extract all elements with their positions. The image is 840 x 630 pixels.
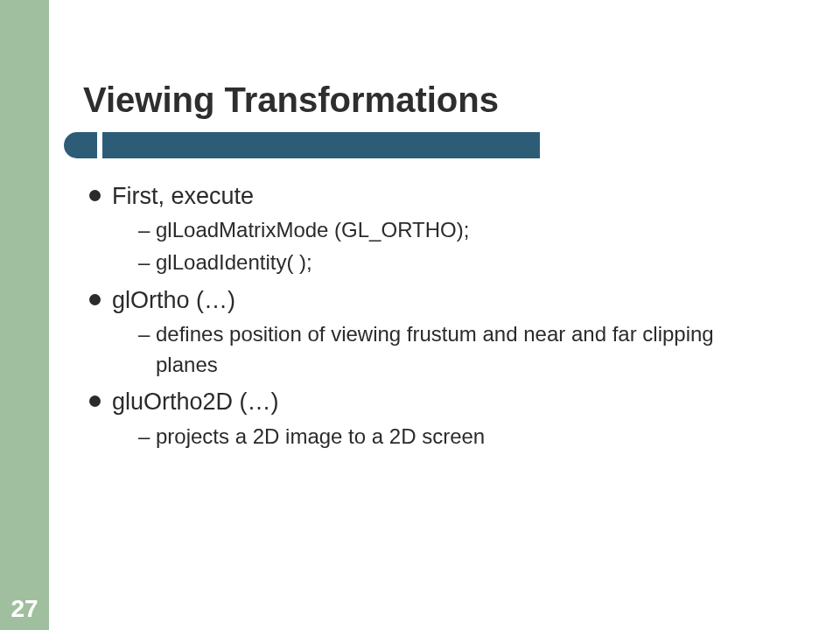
sub-bullet-item: glLoadMatrixMode (GL_ORTHO); bbox=[138, 215, 779, 246]
sub-bullet-text: glLoadMatrixMode (GL_ORTHO); bbox=[156, 218, 469, 242]
sub-bullet-item: glLoadIdentity( ); bbox=[138, 248, 779, 278]
bullet-item: First, execute glLoadMatrixMode (GL_ORTH… bbox=[88, 179, 779, 278]
bullet-text: gluOrtho2D (…) bbox=[112, 388, 279, 415]
page-title: Viewing Transformations bbox=[83, 80, 499, 120]
bullet-item: gluOrtho2D (…) projects a 2D image to a … bbox=[88, 385, 779, 452]
slide: 27 Viewing Transformations First, execut… bbox=[0, 0, 840, 630]
slide-content: First, execute glLoadMatrixMode (GL_ORTH… bbox=[88, 179, 779, 457]
sub-bullet-item: projects a 2D image to a 2D screen bbox=[138, 422, 779, 452]
sub-bullet-item: defines position of viewing frustum and … bbox=[138, 319, 779, 381]
sub-bullet-text: glLoadIdentity( ); bbox=[156, 250, 312, 274]
bullet-item: glOrtho (…) defines position of viewing … bbox=[88, 284, 779, 381]
bullet-text: glOrtho (…) bbox=[112, 287, 235, 313]
sub-bullet-text: defines position of viewing frustum and … bbox=[156, 322, 714, 376]
divider-bar bbox=[102, 132, 540, 158]
sidebar-accent: 27 bbox=[0, 0, 49, 630]
page-number: 27 bbox=[0, 595, 49, 623]
title-divider bbox=[64, 132, 540, 158]
bullet-text: First, execute bbox=[112, 183, 254, 209]
sub-bullet-text: projects a 2D image to a 2D screen bbox=[156, 424, 485, 448]
divider-pill bbox=[64, 132, 97, 158]
